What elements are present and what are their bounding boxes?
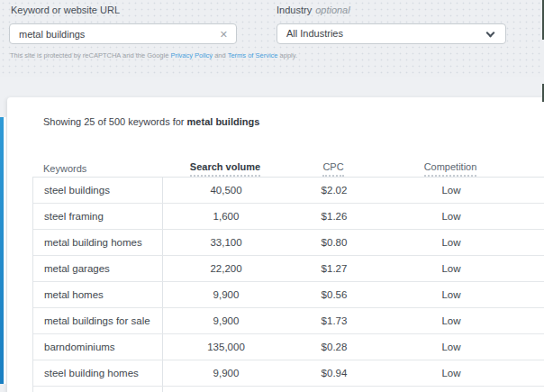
keywords-table: Keywords Search volume CPC Competition s…	[32, 142, 544, 392]
cell-keyword: metal garages	[33, 256, 163, 281]
cell-cpc: $0.80	[289, 237, 379, 248]
table-row: steel buildings 40,500 $2.02 Low	[33, 178, 544, 204]
industry-select-value: All Industries	[277, 24, 505, 43]
cell-cpc: $1.73	[289, 315, 379, 326]
cell-competition: Low	[379, 263, 523, 274]
table-row: metal buildings for sale 9,900 $1.73 Low	[33, 308, 544, 334]
keyword-input-container: ✕	[9, 23, 237, 44]
cell-search-volume: 1,600	[163, 211, 289, 222]
table-row: metal building homes 33,100 $0.80 Low	[33, 230, 544, 256]
header-competition: Competition	[378, 161, 522, 177]
table-row: metal garages 22,200 $1.27 Low	[33, 256, 544, 282]
left-widget-glow	[4, 117, 6, 384]
industry-optional-text: optional	[315, 5, 350, 15]
cell-cpc: $0.28	[289, 342, 379, 352]
table-row: steel building homes 9,900 $0.94 Low	[33, 360, 544, 387]
header-cpc-label[interactable]: CPC	[322, 161, 343, 177]
table-row-partial	[33, 387, 544, 392]
cell-competition: Low	[379, 185, 523, 196]
table-header-row: Keywords Search volume CPC Competition	[32, 142, 544, 177]
left-blue-widget-edge[interactable]	[0, 117, 4, 384]
results-summary: Showing 25 of 500 keywords for metal bui…	[43, 116, 259, 127]
privacy-policy-link[interactable]: Privacy Policy	[170, 51, 213, 59]
cell-keyword: metal buildings for sale	[33, 308, 163, 333]
cell-keyword: barndominiums	[33, 334, 163, 360]
header-competition-label[interactable]: Competition	[424, 161, 477, 177]
cell-keyword: metal homes	[33, 282, 163, 307]
cell-search-volume: 9,900	[163, 368, 289, 378]
cell-competition: Low	[379, 368, 523, 378]
cell-keyword: metal building homes	[33, 230, 163, 255]
keyword-input[interactable]	[10, 24, 210, 43]
keyword-tool-screen: Keyword or website URL ✕ Industryoptiona…	[0, 0, 544, 392]
cell-search-volume: 40,500	[163, 185, 289, 196]
cell-competition: Low	[379, 211, 523, 222]
table-row: steel framing 1,600 $1.26 Low	[33, 204, 544, 230]
cell-search-volume: 9,900	[163, 289, 289, 300]
cell-competition: Low	[379, 315, 523, 326]
table-row: barndominiums 135,000 $0.28 Low	[33, 334, 544, 360]
cell-keyword	[33, 387, 163, 392]
clear-input-icon[interactable]: ✕	[220, 28, 228, 41]
terms-of-service-link[interactable]: Terms of Service	[228, 51, 278, 59]
header-keywords-label[interactable]: Keywords	[43, 163, 86, 177]
cell-cpc: $1.27	[289, 263, 379, 274]
cell-search-volume: 135,000	[163, 342, 289, 352]
recaptcha-text: This site is protected by reCAPTCHA and …	[10, 51, 170, 59]
cell-competition: Low	[379, 237, 523, 248]
header-search-volume: Search volume	[162, 161, 288, 177]
industry-label-text: Industry	[277, 5, 312, 15]
recaptcha-text: and	[213, 51, 228, 59]
cell-search-volume: 9,900	[163, 315, 289, 326]
cell-cpc: $2.02	[289, 185, 379, 196]
cell-keyword: steel framing	[33, 204, 163, 229]
cell-search-volume: 22,200	[163, 263, 289, 274]
industry-select[interactable]: All Industries	[277, 23, 506, 44]
cell-cpc: $0.56	[289, 289, 379, 300]
cell-competition: Low	[379, 342, 523, 352]
cell-competition: Low	[379, 289, 523, 300]
table-body: steel buildings 40,500 $2.02 Low steel f…	[32, 177, 544, 392]
cell-keyword: steel building homes	[33, 360, 163, 386]
recaptcha-text: apply.	[278, 51, 298, 59]
header-keywords: Keywords	[32, 163, 162, 177]
results-summary-keyword: metal buildings	[187, 116, 260, 127]
header-search-volume-label[interactable]: Search volume	[190, 161, 260, 177]
recaptcha-notice: This site is protected by reCAPTCHA and …	[10, 51, 297, 59]
cell-search-volume: 33,100	[163, 237, 289, 248]
cell-cpc: $1.26	[289, 211, 379, 222]
cell-keyword: steel buildings	[33, 178, 163, 203]
results-summary-text: Showing 25 of 500 keywords for	[43, 116, 187, 127]
cell-cpc: $0.94	[289, 368, 379, 378]
industry-field-label: Industryoptional	[277, 5, 350, 15]
keyword-field-label: Keyword or website URL	[11, 5, 120, 15]
table-row: metal homes 9,900 $0.56 Low	[33, 282, 544, 308]
header-cpc: CPC	[288, 161, 378, 177]
results-card: Showing 25 of 500 keywords for metal bui…	[7, 97, 544, 392]
